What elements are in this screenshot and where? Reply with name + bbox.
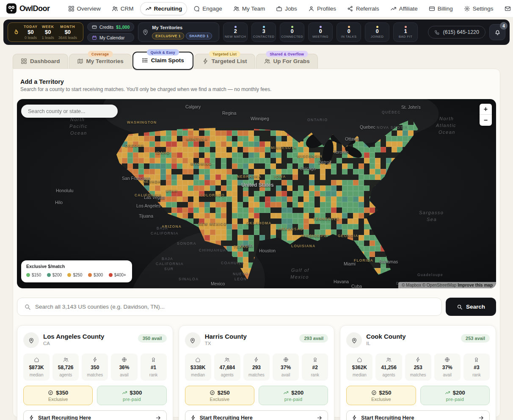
stat-rank: #3rank [463, 354, 490, 381]
stat-avail: 37%avail [273, 354, 299, 381]
credit-card-icon [92, 25, 97, 30]
pipeline-joined[interactable]: 0JOINED [365, 22, 389, 42]
home-icon [357, 357, 362, 362]
stat-median: $338Kmedian [185, 354, 211, 381]
map-label: Mexico [290, 274, 309, 279]
location-pin-icon [189, 337, 196, 344]
avail-badge: 350 avail [138, 334, 167, 343]
map-label: Cuba [351, 284, 362, 288]
pipeline-new-match[interactable]: 2NEW MATCH [223, 22, 248, 42]
nav-billing[interactable]: Billing [424, 3, 458, 15]
county-name: Cook County [366, 332, 405, 341]
exclusive-price-box[interactable]: $350Exclusive [23, 386, 93, 405]
my-territories-widget[interactable]: My Territories EXCLUSIVE 1SHARED 1 [138, 22, 219, 42]
map-attribution: © Mapbox © OpenStreetMap Improve this ma… [398, 282, 496, 288]
map-label: CALIFORNIA [151, 231, 179, 235]
start-recruiting-button[interactable]: Start Recruiting Here [185, 410, 328, 420]
users-icon [233, 6, 240, 12]
claim-spots-panel: Add a Territory Search for a county to s… [13, 69, 500, 417]
improve-map-link[interactable]: Improve this map [458, 283, 493, 287]
tab-claim-spots[interactable]: Quick & EasyClaim Spots [132, 52, 193, 70]
arrow-right-icon [317, 415, 323, 420]
revenue-summary[interactable]: TODAY$00 leads WEEK$01 leads MONTH$03646… [8, 22, 83, 42]
users-icon [224, 357, 230, 362]
county-card-harris: Harris CountyTX 293 avail $338Kmedian 47… [179, 325, 335, 420]
avail-badge: 253 avail [461, 334, 490, 343]
map-label: North [439, 116, 454, 121]
globe-icon [121, 357, 127, 362]
county-search-input[interactable] [35, 304, 435, 310]
zoom-in-button[interactable]: + [480, 104, 492, 115]
prepaid-price-box[interactable]: $200pre-paid [420, 386, 490, 405]
flame-icon [12, 29, 19, 36]
tab-up-for-grabs[interactable]: Shared & OverflowUp For Grabs [256, 54, 318, 69]
trend-up-icon [283, 390, 289, 395]
zoom-out-button[interactable]: − [480, 115, 492, 126]
pipeline-in-talks[interactable]: 0IN TALKS [336, 22, 361, 42]
pipeline-meeting[interactable]: 0MEETING [308, 22, 333, 42]
pipeline-bad-fit[interactable]: 1BAD FIT [393, 22, 418, 42]
credits-pill[interactable]: Credits$1,000 [87, 22, 134, 31]
pipeline-connected[interactable]: 0CONNECTED [280, 22, 304, 42]
legend-item: $250 [67, 273, 82, 277]
phone-number-button[interactable]: (615) 645-1220 [428, 26, 485, 39]
credit-card-icon [429, 6, 435, 12]
nav-jobs[interactable]: Jobs [271, 3, 302, 15]
nav-my-team[interactable]: My Team [229, 3, 270, 15]
panel-subtitle: Search for a county to start receiving m… [20, 86, 493, 92]
stats-bar: TODAY$00 leads WEEK$01 leads MONTH$03646… [3, 19, 510, 45]
pin-avatar [23, 332, 39, 348]
legend-item: $400+ [109, 273, 126, 277]
prepaid-price-box[interactable]: $200pre-paid [259, 386, 328, 405]
nav-settings[interactable]: Settings [459, 3, 498, 15]
start-recruiting-button[interactable]: Start Recruiting Here [23, 410, 167, 420]
county-stats: $338Kmedian 47,684agents 293matches 37%a… [185, 354, 328, 381]
status-dot [405, 26, 407, 28]
tab-targeted-list[interactable]: Targeted ListTargeted List [194, 54, 255, 69]
nav-crm[interactable]: CRM [107, 3, 138, 15]
bolt-icon [190, 415, 196, 420]
grid-icon [21, 58, 27, 64]
map-search-input[interactable] [21, 105, 118, 118]
map-label: Honolulu [56, 188, 73, 193]
top-nav: OwlDoor Overview CRM Recruiting Engage M… [0, 0, 513, 17]
nav-messages[interactable]: Messages [500, 3, 513, 15]
map-label: Sargasso [419, 210, 444, 215]
clock-check-icon [371, 390, 377, 395]
pipeline-contacted[interactable]: 3CONTACTED [251, 22, 276, 42]
notifications-button[interactable]: 4 [489, 24, 505, 40]
nav-recruiting[interactable]: Recruiting [140, 2, 188, 15]
tab-flag: Quick & Easy [147, 49, 179, 55]
tab-dashboard[interactable]: Dashboard [13, 54, 68, 69]
nav-overview[interactable]: Overview [63, 3, 105, 15]
brand-logo[interactable]: OwlDoor [6, 3, 50, 14]
exclusive-price-box[interactable]: $250Exclusive [185, 386, 254, 405]
users-icon [264, 58, 270, 64]
county-search-row: Search [17, 298, 496, 316]
trend-up-icon [445, 390, 450, 395]
bell-icon [494, 29, 501, 36]
nav-engage[interactable]: Engage [189, 3, 227, 15]
map-label: Gulf of [291, 268, 309, 273]
county-search-box[interactable] [17, 298, 442, 316]
location-pin-icon [28, 337, 35, 344]
main-nav: Overview CRM Recruiting Engage My Team J… [63, 2, 513, 15]
territory-map[interactable]: CalgaryReginaWinnipegONTARIOQUÉBECSt. Jo… [17, 99, 496, 288]
tab-my-territories[interactable]: CoverageMy Territories [69, 54, 132, 69]
nav-referrals[interactable]: Referrals [342, 3, 384, 15]
county-state: IL [366, 341, 405, 346]
tab-flag: Coverage [88, 51, 113, 57]
prepaid-price-box[interactable]: $300pre-paid [97, 386, 166, 405]
my-calendar-pill[interactable]: My Calendar [87, 33, 134, 42]
legend-dot [47, 273, 51, 277]
nav-affiliate[interactable]: Affiliate [386, 3, 422, 15]
users-icon [63, 357, 69, 362]
nav-profiles[interactable]: Profiles [303, 3, 341, 15]
map-label: Pacific [69, 124, 88, 129]
legend-dot [26, 273, 30, 277]
exclusive-price-box[interactable]: $250Exclusive [346, 386, 416, 405]
start-recruiting-button[interactable]: Start Recruiting Here [346, 410, 490, 420]
map-label: Havana [334, 279, 349, 284]
search-button[interactable]: Search [446, 298, 496, 316]
map-label: ARIZONA [162, 224, 182, 229]
